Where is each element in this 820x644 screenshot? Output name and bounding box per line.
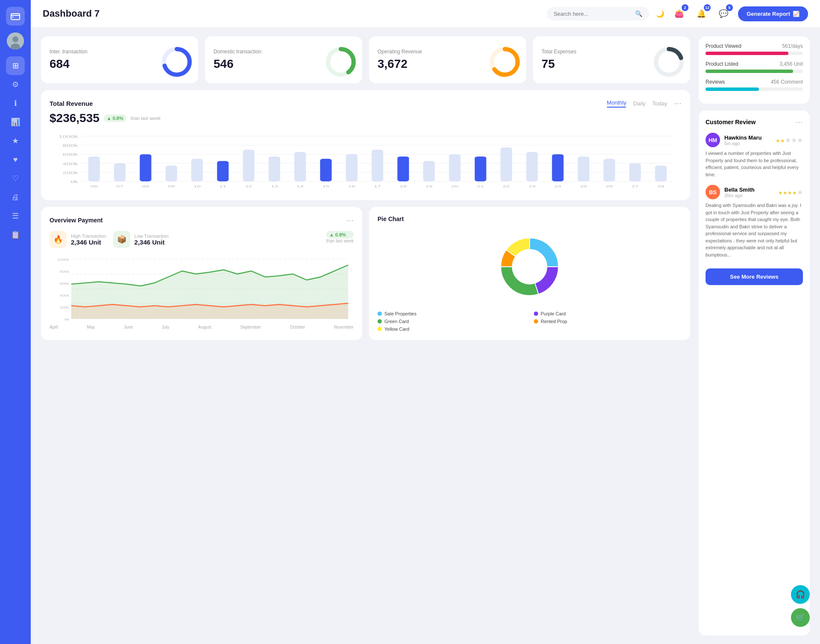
wallet-badge: 2	[682, 4, 688, 11]
revenue-tabs: Monthly Daily Today ⋯	[607, 99, 682, 108]
wallet-icon: 👛	[674, 9, 684, 18]
svg-rect-37	[243, 150, 255, 181]
bell-badge: 12	[704, 4, 711, 11]
sidebar-icon-print[interactable]: 🖨	[6, 188, 25, 207]
svg-rect-61	[552, 154, 563, 181]
svg-rect-33	[191, 159, 203, 181]
payment-more-btn[interactable]: ⋯	[346, 216, 354, 225]
stat-info-1: Domestic transaction 546	[214, 49, 261, 71]
chat-icon-btn[interactable]: 💬 5	[716, 6, 731, 21]
sidebar-icon-list[interactable]: ☰	[6, 207, 25, 225]
svg-point-1	[12, 17, 14, 18]
header-icons: 🌙 👛 2 🔔 12 💬 5 Generate Report 📈	[656, 6, 808, 21]
stat-value-3: 75	[542, 57, 576, 71]
svg-rect-55	[474, 157, 486, 181]
svg-point-3	[12, 36, 18, 42]
sidebar-icon-settings[interactable]: ⚙	[6, 75, 25, 94]
headset-icon: 🎧	[796, 590, 805, 599]
svg-text:25: 25	[580, 184, 587, 188]
svg-text:1000k: 1000k	[59, 134, 78, 139]
metric-value-0: 561/days	[782, 43, 803, 49]
star-filled: ★	[778, 190, 783, 196]
see-more-reviews-button[interactable]: See More Reviews	[706, 268, 803, 285]
metric-row-1: Product Listed 3,456 Unit	[706, 61, 803, 73]
tab-daily[interactable]: Daily	[633, 100, 645, 107]
support-float-btn[interactable]: 🎧	[791, 585, 810, 604]
stat-card-3: Total Expenses 75	[533, 36, 690, 83]
payment-badge: ▲ 0.8%	[326, 231, 354, 239]
tab-today[interactable]: Today	[652, 100, 667, 107]
high-transaction-label: High Transaction	[71, 233, 106, 239]
svg-text:20: 20	[451, 184, 459, 188]
svg-text:600k: 600k	[60, 282, 70, 286]
cart-float-btn[interactable]: 🛒	[791, 608, 810, 627]
sidebar-icon-star[interactable]: ★	[6, 131, 25, 150]
svg-rect-49	[398, 157, 409, 181]
svg-rect-51	[423, 161, 435, 181]
tab-monthly[interactable]: Monthly	[607, 99, 627, 108]
generate-report-button[interactable]: Generate Report 📈	[738, 6, 808, 21]
metric-bar-bg-1	[706, 70, 803, 73]
stat-chart-0	[160, 45, 190, 75]
stat-value-0: 684	[50, 57, 88, 71]
svg-text:09: 09	[168, 184, 175, 188]
theme-toggle-icon[interactable]: 🌙	[656, 10, 665, 18]
star-filled: ★	[783, 190, 788, 196]
svg-text:800k: 800k	[60, 270, 70, 274]
stat-label-2: Operating Revenue	[378, 49, 422, 55]
revenue-pct: 0.8%	[113, 116, 123, 121]
svg-text:06: 06	[91, 184, 98, 188]
svg-text:400k: 400k	[60, 294, 70, 297]
legend-item: Purple Card	[534, 311, 682, 316]
metrics-card: Product Viewed 561/days Product Listed 3…	[699, 36, 810, 104]
search-icon[interactable]: 🔍	[635, 10, 642, 17]
legend-item: Rented Prop	[534, 319, 682, 324]
pie-card: Pie Chart Sale PropertiesPurple CardGree…	[369, 207, 690, 340]
svg-rect-29	[140, 154, 151, 181]
sidebar-icon-heart[interactable]: ♥	[6, 150, 25, 169]
metric-value-1: 3,456 Unit	[779, 61, 803, 67]
pie-title: Pie Chart	[378, 216, 404, 222]
revenue-more-btn[interactable]: ⋯	[674, 99, 682, 108]
svg-text:28: 28	[657, 184, 665, 188]
review-text-1: Dealing with Syamsudin and Bakri was a j…	[706, 202, 803, 258]
sidebar-icon-heart2[interactable]: ♡	[6, 169, 25, 188]
review-text-0: I viewed a number of properties with Jus…	[706, 150, 803, 178]
search-input[interactable]	[554, 11, 632, 17]
review-time-0: 5m ago	[724, 141, 761, 146]
reviews-list: HM Hawkins Maru 5m ago ★★★★★ I viewed a …	[706, 133, 803, 258]
sidebar-icon-info[interactable]: ℹ	[6, 94, 25, 113]
reviews-card: Customer Review ⋯ HM Hawkins Maru 5m ago…	[699, 111, 810, 635]
svg-rect-65	[603, 159, 615, 181]
wallet-icon-btn[interactable]: 👛 2	[671, 6, 687, 21]
revenue-sub: than last week	[131, 116, 161, 121]
cart-icon: 🛒	[796, 613, 805, 622]
user-avatar[interactable]	[7, 32, 24, 50]
reviews-more-btn[interactable]: ⋯	[795, 117, 803, 127]
sidebar-icon-doc[interactable]: 📋	[6, 225, 25, 244]
svg-text:19: 19	[425, 184, 433, 188]
svg-text:17: 17	[374, 184, 381, 188]
stat-chart-3	[652, 45, 682, 75]
star-filled: ★	[792, 190, 797, 196]
stat-chart-1	[324, 45, 354, 75]
sidebar-logo[interactable]	[6, 7, 25, 26]
review-item-0: HM Hawkins Maru 5m ago ★★★★★ I viewed a …	[706, 133, 803, 178]
stat-label-1: Domestic transaction	[214, 49, 261, 55]
review-name-1: Bella Smith	[724, 186, 755, 193]
payment-card: Overview Payment ⋯ 🔥 High Transaction 2,…	[41, 207, 362, 340]
svg-text:16: 16	[348, 184, 355, 188]
sidebar-icon-home[interactable]: ⊞	[6, 56, 25, 75]
chart-icon: 📈	[793, 11, 800, 17]
stat-chart-2	[488, 45, 518, 75]
svg-text:21: 21	[477, 184, 484, 188]
review-user-1: BS Bella Smith 20m ago ★★★★★	[706, 185, 803, 199]
pie-legend: Sale PropertiesPurple CardGreen CardRent…	[378, 311, 682, 332]
svg-text:0k: 0k	[64, 318, 69, 321]
bell-icon-btn[interactable]: 🔔 12	[694, 6, 709, 21]
header: Dashboard 7 🔍 🌙 👛 2 🔔 12 💬 5 Generate Re…	[31, 0, 820, 28]
star-empty: ★	[797, 137, 803, 144]
revenue-title: Total Revenue	[50, 100, 93, 107]
sidebar-icon-chart[interactable]: 📊	[6, 113, 25, 131]
review-name-0: Hawkins Maru	[724, 134, 761, 141]
